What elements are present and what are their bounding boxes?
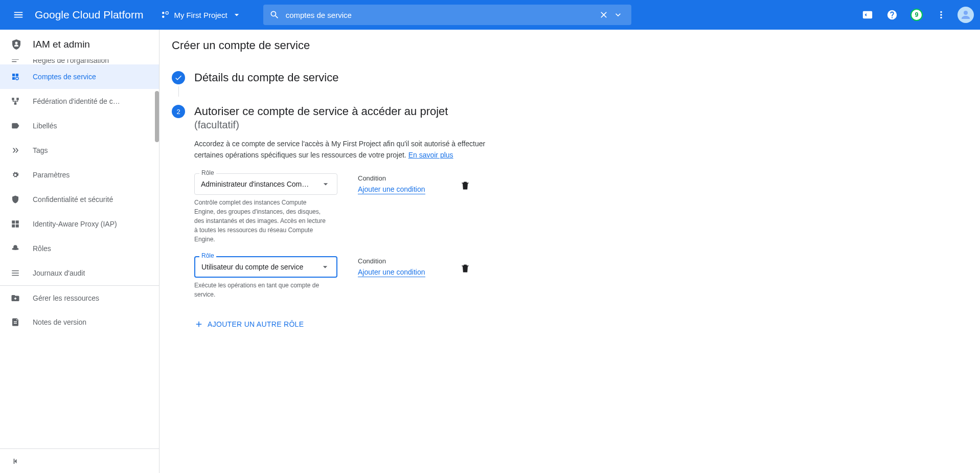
sidebar-item-gear[interactable]: Paramètres xyxy=(0,163,159,187)
hamburger-icon xyxy=(13,9,24,20)
more-button[interactable] xyxy=(931,5,951,25)
sidebar-item-notes[interactable]: Notes de version xyxy=(0,310,159,334)
shield-icon xyxy=(10,194,20,205)
sidebar: IAM et admin Règles de l'organisationCom… xyxy=(0,30,159,473)
role-value: Administrateur d'instances Com… xyxy=(201,180,309,188)
role-select[interactable]: Administrateur d'instances Com… xyxy=(194,173,337,195)
delete-role-button[interactable] xyxy=(460,256,470,274)
gear-icon xyxy=(10,170,20,180)
sidebar-item-label: Comptes de service xyxy=(33,73,96,81)
delete-role-button[interactable] xyxy=(460,173,470,191)
role-field: RôleUtilisateur du compte de serviceExéc… xyxy=(194,256,337,299)
chevron-down-icon xyxy=(613,10,623,20)
trash-icon xyxy=(460,263,470,274)
dropdown-icon xyxy=(321,179,331,189)
role-row-0: RôleAdministrateur d'instances Com…Contr… xyxy=(194,173,505,244)
hamburger-menu-button[interactable] xyxy=(6,3,31,27)
svg-rect-11 xyxy=(12,224,15,228)
account-avatar[interactable] xyxy=(958,7,974,23)
add-condition-link[interactable]: Ajouter une condition xyxy=(358,268,425,277)
sidebar-item-label: Confidentialité et sécurité xyxy=(33,195,113,204)
hat-icon xyxy=(10,243,20,254)
sidebar-item-label: Gérer les ressources xyxy=(33,294,99,302)
resources-icon xyxy=(10,293,20,303)
iam-shield-icon xyxy=(10,38,22,51)
svg-point-3 xyxy=(964,11,968,15)
sidebar-nav: Règles de l'organisationComptes de servi… xyxy=(0,59,159,448)
step-2: 2 Autoriser ce compte de service à accéd… xyxy=(172,105,505,330)
more-vert-icon xyxy=(936,9,947,20)
logo-rest: Cloud Platform xyxy=(70,9,144,20)
search-clear-button[interactable] xyxy=(597,8,611,22)
svg-rect-8 xyxy=(14,102,17,105)
sidebar-item-service-accounts[interactable]: Comptes de service xyxy=(0,64,159,89)
notification-badge: 9 xyxy=(910,9,923,21)
svg-point-2 xyxy=(162,16,165,18)
sidebar-item-hat[interactable]: Rôles xyxy=(0,236,159,261)
top-header: Google Cloud Platform My First Project 9 xyxy=(0,0,980,30)
svg-point-0 xyxy=(162,12,165,14)
step-1-checkmark xyxy=(172,71,185,84)
role-helper-text: Contrôle complet des instances Compute E… xyxy=(194,198,327,244)
role-field-label: Rôle xyxy=(199,252,216,259)
sidebar-item-shield[interactable]: Confidentialité et sécurité xyxy=(0,187,159,212)
dropdown-icon xyxy=(320,262,330,272)
search-icon xyxy=(269,10,280,20)
sidebar-item-tag[interactable]: Tags xyxy=(0,138,159,163)
sidebar-item-org-policy[interactable]: Règles de l'organisation xyxy=(0,59,159,64)
condition-label: Condition xyxy=(358,174,440,182)
logo-google: Google xyxy=(35,9,70,20)
condition-column: ConditionAjouter une condition xyxy=(358,173,440,193)
role-helper-text: Exécute les opérations en tant que compt… xyxy=(194,281,327,299)
project-dots-icon xyxy=(161,10,170,19)
svg-rect-7 xyxy=(16,98,19,100)
page-title: Créer un compte de service xyxy=(159,30,980,59)
global-search[interactable] xyxy=(263,5,631,25)
condition-label: Condition xyxy=(358,257,440,265)
learn-more-link[interactable]: En savoir plus xyxy=(408,151,453,159)
sidebar-item-label: Notes de version xyxy=(33,318,86,326)
plus-icon xyxy=(194,320,203,329)
project-picker[interactable]: My First Project xyxy=(155,7,246,23)
svg-rect-9 xyxy=(12,220,15,223)
step-2-subtitle: (facultatif) xyxy=(194,119,505,131)
sidebar-item-audit[interactable]: Journaux d'audit xyxy=(0,261,159,285)
product-logo[interactable]: Google Cloud Platform xyxy=(35,9,143,21)
sidebar-scrollbar-thumb[interactable] xyxy=(155,91,159,142)
svg-rect-10 xyxy=(16,220,19,223)
iap-icon xyxy=(10,219,20,229)
sidebar-item-iap[interactable]: Identity-Aware Proxy (IAP) xyxy=(0,212,159,236)
help-icon xyxy=(886,9,898,20)
main-content: Créer un compte de service Détails du co… xyxy=(159,30,980,473)
sidebar-item-resources[interactable]: Gérer les ressources xyxy=(0,285,159,310)
step-2-title: Autoriser ce compte de service à accéder… xyxy=(194,105,505,118)
org-policy-icon xyxy=(10,59,20,64)
sidebar-item-label: Règles de l'organisation xyxy=(33,59,109,64)
role-row-1: RôleUtilisateur du compte de serviceExéc… xyxy=(194,256,505,299)
sidebar-section-title: IAM et admin xyxy=(33,39,90,50)
svg-rect-6 xyxy=(12,98,14,100)
step-2-description: Accordez à ce compte de service l'accès … xyxy=(194,138,505,161)
federation-icon xyxy=(10,96,20,106)
add-another-role-button[interactable]: AJOUTER UN AUTRE RÔLE xyxy=(194,320,304,329)
add-condition-link[interactable]: Ajouter une condition xyxy=(358,185,425,194)
svg-point-5 xyxy=(16,77,18,80)
condition-column: ConditionAjouter une condition xyxy=(358,256,440,276)
step-1-title: Détails du compte de service xyxy=(194,71,505,84)
sidebar-item-label[interactable]: Libellés xyxy=(0,114,159,138)
sidebar-item-federation[interactable]: Fédération d'identité de c… xyxy=(0,89,159,114)
sidebar-section-header[interactable]: IAM et admin xyxy=(0,30,159,59)
role-select[interactable]: Utilisateur du compte de service xyxy=(194,256,337,278)
cloud-shell-button[interactable] xyxy=(857,5,878,25)
dropdown-icon xyxy=(232,10,242,20)
step-2-number: 2 xyxy=(172,105,185,118)
sidebar-item-label: Journaux d'audit xyxy=(33,269,85,277)
svg-rect-12 xyxy=(16,224,19,228)
search-dropdown-button[interactable] xyxy=(611,8,625,22)
search-input[interactable] xyxy=(286,11,590,19)
help-button[interactable] xyxy=(882,5,902,25)
notifications-button[interactable]: 9 xyxy=(906,5,927,25)
sidebar-item-label: Rôles xyxy=(33,244,51,253)
sidebar-collapse-button[interactable] xyxy=(0,448,159,473)
project-name: My First Project xyxy=(174,11,227,19)
